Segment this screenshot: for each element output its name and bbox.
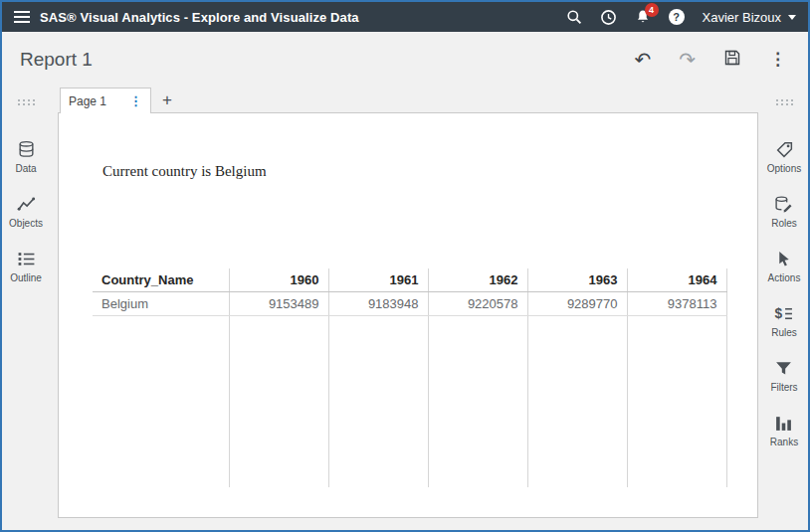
table-cell: 9153489 bbox=[229, 292, 328, 316]
user-menu[interactable]: Xavier Bizoux bbox=[703, 10, 796, 25]
display-rules-icon: $ bbox=[774, 304, 793, 323]
table-row[interactable]: Belgium 9153489 9183948 9220578 9289770 … bbox=[93, 292, 726, 316]
left-rail-drag-handle[interactable] bbox=[17, 92, 35, 110]
help-button[interactable]: ? bbox=[669, 9, 685, 25]
panel-item-actions[interactable]: Actions bbox=[768, 250, 801, 283]
column-header[interactable]: 1962 bbox=[428, 268, 527, 292]
table-header-row: Country_Name 1960 1961 1962 1963 1964 bbox=[93, 268, 726, 292]
save-icon bbox=[723, 49, 741, 71]
column-header[interactable]: 1963 bbox=[527, 268, 627, 292]
column-header[interactable]: 1961 bbox=[328, 268, 428, 292]
panel-item-label: Rules bbox=[771, 327, 797, 338]
panel-item-label: Filters bbox=[770, 382, 797, 393]
save-button[interactable] bbox=[723, 49, 741, 70]
left-rail: Data Objects Outline bbox=[2, 87, 50, 530]
outline-list-icon bbox=[17, 250, 36, 268]
history-clock-icon bbox=[600, 9, 617, 26]
panel-item-ranks[interactable]: Ranks bbox=[770, 414, 798, 447]
data-cylinder-icon bbox=[17, 140, 36, 159]
more-options-button[interactable]: ⋮ bbox=[769, 50, 786, 70]
table-cell: 9220578 bbox=[428, 292, 527, 316]
history-button[interactable] bbox=[600, 9, 617, 26]
table-cell: Belgium bbox=[93, 292, 229, 316]
tab-page-1[interactable]: Page 1 ⋮ bbox=[60, 88, 151, 113]
table-filler-row bbox=[93, 316, 726, 487]
panel-item-options[interactable]: Options bbox=[767, 140, 801, 174]
page-menu-icon[interactable]: ⋮ bbox=[129, 93, 142, 108]
sidebar-item-outline[interactable]: Outline bbox=[10, 250, 42, 283]
caret-down-icon bbox=[788, 15, 796, 20]
column-header[interactable]: Country_Name bbox=[93, 268, 229, 292]
help-icon: ? bbox=[669, 9, 685, 25]
right-rail: Options Roles Actions $ Rules bbox=[760, 87, 808, 530]
panel-item-roles[interactable]: Roles bbox=[771, 195, 797, 229]
undo-button[interactable]: ↶ bbox=[634, 50, 651, 70]
redo-button[interactable]: ↷ bbox=[679, 50, 696, 70]
search-button[interactable] bbox=[566, 9, 582, 25]
sidebar-item-data[interactable]: Data bbox=[15, 140, 36, 174]
notification-badge: 4 bbox=[645, 3, 659, 17]
top-app-bar: SAS® Visual Analytics - Explore and Visu… bbox=[2, 2, 808, 32]
app-title: SAS® Visual Analytics - Explore and Visu… bbox=[40, 10, 359, 25]
sidebar-item-label: Outline bbox=[10, 272, 42, 283]
column-header[interactable]: 1964 bbox=[627, 268, 726, 292]
report-title: Report 1 bbox=[20, 49, 93, 71]
panel-item-label: Ranks bbox=[770, 437, 798, 447]
svg-text:$: $ bbox=[775, 306, 783, 321]
line-chart-icon bbox=[17, 195, 36, 214]
report-toolbar: Report 1 ↶ ↷ ⋮ bbox=[2, 32, 808, 87]
page-tab-label: Page 1 bbox=[69, 94, 106, 108]
roles-icon bbox=[774, 195, 793, 214]
list-table-object[interactable]: Country_Name 1960 1961 1962 1963 1964 Be… bbox=[93, 268, 727, 487]
plus-icon: + bbox=[162, 90, 172, 109]
app-window: SAS® Visual Analytics - Explore and Visu… bbox=[0, 0, 810, 532]
cursor-actions-icon bbox=[774, 250, 793, 268]
main-area: Data Objects Outline Page 1 ⋮ bbox=[2, 87, 808, 530]
funnel-icon bbox=[774, 359, 793, 378]
center-area: Page 1 ⋮ + Current country is Belgium Co… bbox=[50, 87, 760, 530]
panel-item-filters[interactable]: Filters bbox=[770, 359, 797, 393]
vertical-dots-icon: ⋮ bbox=[769, 50, 786, 69]
sidebar-item-label: Data bbox=[15, 163, 36, 174]
page-tab-bar: Page 1 ⋮ + bbox=[58, 87, 758, 113]
undo-icon: ↶ bbox=[634, 49, 651, 71]
data-table: Country_Name 1960 1961 1962 1963 1964 Be… bbox=[93, 268, 727, 487]
bar-chart-icon bbox=[774, 414, 793, 433]
search-icon bbox=[566, 9, 582, 25]
panel-item-label: Roles bbox=[771, 218, 797, 229]
panel-item-rules[interactable]: $ Rules bbox=[771, 304, 797, 338]
panel-item-label: Actions bbox=[768, 272, 801, 283]
table-cell: 9289770 bbox=[527, 292, 627, 316]
menu-button[interactable] bbox=[14, 10, 30, 24]
redo-icon: ↷ bbox=[679, 49, 696, 71]
sidebar-item-label: Objects bbox=[9, 218, 43, 229]
dynamic-text-object[interactable]: Current country is Belgium bbox=[102, 163, 267, 180]
report-canvas[interactable]: Current country is Belgium Country_Name … bbox=[58, 112, 758, 518]
table-cell: 9378113 bbox=[627, 292, 726, 316]
sidebar-item-objects[interactable]: Objects bbox=[9, 195, 43, 229]
right-rail-drag-handle[interactable] bbox=[775, 92, 793, 110]
user-name: Xavier Bizoux bbox=[703, 10, 781, 25]
column-header[interactable]: 1960 bbox=[229, 268, 328, 292]
add-page-button[interactable]: + bbox=[151, 88, 183, 113]
options-tag-icon bbox=[775, 140, 794, 159]
hamburger-icon bbox=[14, 10, 30, 24]
panel-item-label: Options bbox=[767, 163, 801, 174]
notifications-button[interactable]: 4 bbox=[635, 9, 651, 25]
table-cell: 9183948 bbox=[328, 292, 428, 316]
